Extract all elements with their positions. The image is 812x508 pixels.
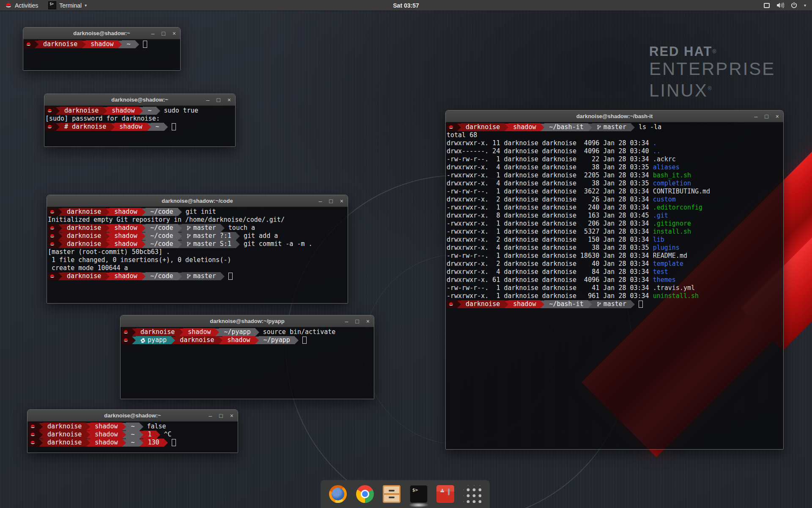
prompt-line: darknoiseshadow~/codemastertouch a [48,224,348,232]
minimize-button[interactable]: – [345,318,348,324]
prompt-line: darknoiseshadow~/pyappsource bin/activat… [121,328,374,336]
output-line: 1 file changed, 0 insertions(+), 0 delet… [48,256,348,264]
terminal-content[interactable]: darknoiseshadow~ [23,39,180,70]
file-attributes: drwxrwxr-x. 8 darknoise darknoise 163 Ja… [447,212,653,219]
close-button[interactable]: × [173,30,176,36]
prompt-segment-hat [48,272,58,280]
clock[interactable]: Sat 03:57 [393,2,419,9]
system-status-area[interactable]: ▾ [760,0,809,11]
git-branch-icon [187,241,191,247]
window-titlebar[interactable]: darknoise@shadow:~–□× [44,94,235,106]
prompt-segment-hat [121,328,132,336]
dock-item-terminal[interactable]: $> [409,484,428,504]
ls-output-line: drwxrwxr-x. 2 darknoise darknoise 150 Ja… [447,236,783,244]
window-titlebar[interactable]: darknoise@shadow:~/code–□× [47,195,348,207]
activities-button[interactable]: Activities [0,0,43,11]
powerline-separator [58,208,62,216]
window-controls: –□× [206,94,231,106]
terminal-window-6: darknoise@shadow:~/bash-it–□×darknoisesh… [445,110,784,450]
rhel-wallpaper-logo: RED HAT® ENTERPRISE LINUX® [649,44,775,100]
terminal-content[interactable]: darknoiseshadow~falsedarknoiseshadow~1^C… [27,422,238,453]
powerline-separator [215,329,219,336]
app-menu-terminal[interactable]: $> Terminal ▾ [43,0,92,11]
dock-item-files[interactable] [382,484,401,504]
ls-output-line: -rwxrwxr-x. 1 darknoise darknoise 240 Ja… [447,204,783,212]
prompt-segment-git: master [182,224,221,232]
powerline-separator [142,224,145,232]
prompt-line: pyappdarknoiseshadow~/pyapp [121,336,374,344]
prompt-segment-hat [45,123,56,131]
git-branch-icon [597,301,601,307]
ls-output-line: -rw-rw-r--. 1 darknoise darknoise 18630 … [447,252,783,260]
prompt-line: darknoiseshadow~1^C [28,431,238,439]
powerline-separator [118,41,122,48]
maximize-button[interactable]: □ [355,318,359,324]
prompt-segment-hat [48,240,58,248]
dock-item-firefox[interactable] [328,484,348,504]
dock-item-toolbox[interactable] [436,484,455,504]
prompt-segment-host: shadow [90,439,122,447]
terminal-content[interactable]: darknoiseshadow~/pyappsource bin/activat… [121,327,374,399]
dock-item-chrome[interactable] [355,484,375,504]
powerline-separator [86,431,90,439]
registered-mark: ® [708,86,713,91]
file-name: completion [653,179,691,187]
minimize-button[interactable]: – [754,113,758,119]
prompt-line: darknoiseshadow~/codemaster [48,272,348,280]
close-button[interactable]: × [230,413,233,419]
prompt-segment-user: darknoise [62,232,106,240]
redhat-icon [30,424,36,429]
prompt-segment-path: ~ [126,439,139,447]
dock-item-grid[interactable] [463,484,482,504]
maximize-button[interactable]: □ [329,198,332,204]
powerline-separator [39,423,43,431]
close-button[interactable]: × [366,318,370,324]
ls-output-line: drwxrwxr-x. 11 darknoise darknoise 4096 … [447,139,783,147]
prompt-segment-venv: pyapp [136,336,171,344]
redhat-icon [26,42,31,47]
prompt-segment-hat [447,123,457,131]
minimize-button[interactable]: – [151,30,155,36]
prompt-segment-path: ~ [126,422,139,431]
window-title: darknoise@shadow:~/pyapp [121,318,374,324]
file-attributes: -rw-rw-r--. 1 darknoise darknoise 22 Jan… [447,155,653,163]
ls-output-line: -rwxrwxr-x. 1 darknoise darknoise 206 Ja… [447,220,783,228]
redhat-icon [49,226,55,230]
maximize-button[interactable]: □ [217,97,220,103]
prompt-segment-hat [48,208,58,216]
powerline-separator [540,124,544,131]
prompt-segment-git: master ?:1 [182,232,236,240]
powerline-separator [86,439,90,447]
prompt-segment-git: master [592,300,631,308]
window-titlebar[interactable]: darknoise@shadow:~–□× [23,28,180,39]
file-name: . [653,139,657,147]
file-name: plugins [653,244,680,251]
powerline-separator [219,337,222,344]
powerline-separator [221,273,225,280]
close-button[interactable]: × [228,97,231,103]
terminal-content[interactable]: darknoiseshadow~sudo true[sudo] password… [44,106,235,146]
maximize-button[interactable]: □ [162,30,165,36]
window-titlebar[interactable]: darknoise@shadow:~/pyapp–□× [121,315,374,327]
terminal-content[interactable]: darknoiseshadow~/bash-itmasterls -latota… [446,122,783,449]
terminal-cursor [228,273,233,280]
command-text: sudo true [164,107,198,115]
maximize-button[interactable]: □ [765,113,768,119]
close-button[interactable]: × [340,198,343,204]
window-titlebar[interactable]: darknoise@shadow:~/bash-it–□× [446,110,783,122]
ls-output-line: -rw-rw-r--. 1 darknoise darknoise 3622 J… [447,188,783,196]
redhat-icon [30,432,36,437]
terminal-content[interactable]: darknoiseshadow~/codegit initInitialized… [47,207,348,303]
prompt-segment-user: darknoise [43,439,86,447]
prompt-segment-user: darknoise [62,208,106,216]
maximize-button[interactable]: □ [219,413,222,419]
minimize-button[interactable]: – [206,97,210,103]
prompt-line: darknoiseshadow~130 [28,439,238,447]
minimize-button[interactable]: – [319,198,322,204]
app-menu-label: Terminal [59,2,82,9]
minimize-button[interactable]: – [209,413,212,419]
powerline-separator [140,439,143,447]
file-name: uninstall.sh [653,292,699,300]
close-button[interactable]: × [776,113,779,119]
window-titlebar[interactable]: darknoise@shadow:~–□× [27,410,238,422]
